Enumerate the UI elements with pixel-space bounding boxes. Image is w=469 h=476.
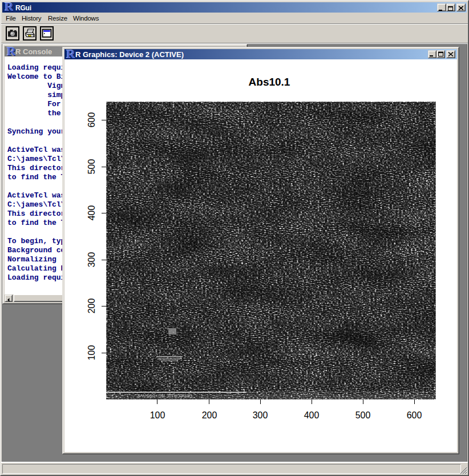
svg-text:GeneChip HG-U95Av2: GeneChip HG-U95Av2 (137, 393, 192, 398)
